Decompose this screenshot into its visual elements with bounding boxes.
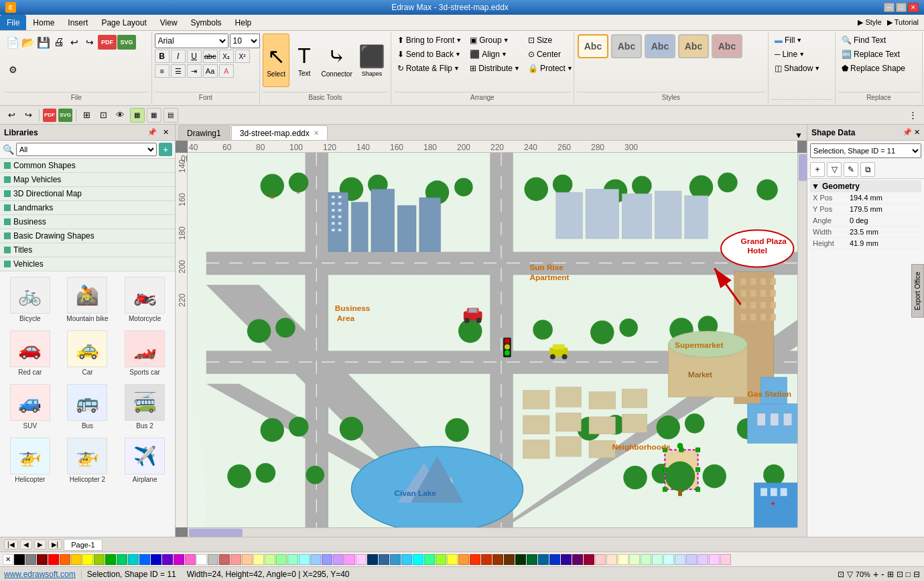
color-cell[interactable]	[504, 554, 515, 565]
text-style-btn[interactable]: Aa	[203, 64, 218, 78]
style-link[interactable]: ▶ Style	[858, 18, 882, 27]
lib-category-select[interactable]: All	[16, 143, 157, 156]
rotate-flip-btn[interactable]: ↻ Rotate & Flip ▼	[394, 62, 466, 75]
group-btn[interactable]: ▣ Group ▼	[466, 34, 523, 47]
tb2-undo[interactable]: ↩	[4, 108, 19, 123]
tb2-svg[interactable]: SVG	[58, 109, 72, 122]
menu-view[interactable]: View	[153, 15, 184, 30]
color-cell[interactable]	[299, 554, 310, 565]
color-cell[interactable]	[481, 554, 492, 565]
color-cell[interactable]	[139, 554, 150, 565]
list-item[interactable]: 🚗 Red car	[3, 328, 58, 379]
line-btn[interactable]: ─ Line ▼	[771, 48, 823, 61]
color-cell[interactable]	[538, 554, 549, 565]
color-cell[interactable]	[686, 554, 697, 565]
tb2-redo[interactable]: ↪	[21, 108, 36, 123]
align-btn[interactable]: ⬛ Align ▼	[466, 48, 523, 61]
list-btn[interactable]: ☰	[171, 64, 186, 78]
map-canvas[interactable]: Market	[188, 153, 807, 537]
color-cell[interactable]	[185, 554, 196, 565]
color-cell[interactable]	[675, 554, 685, 565]
color-cell[interactable]	[606, 554, 617, 565]
color-cell[interactable]	[515, 554, 526, 565]
style-box-1[interactable]: Abc	[578, 34, 608, 58]
geometry-header[interactable]: ▼ Geometry	[810, 180, 921, 192]
italic-btn[interactable]: I	[171, 50, 186, 63]
style-box-3[interactable]: Abc	[645, 34, 675, 58]
sd-add-btn[interactable]: +	[810, 162, 825, 177]
lib-section-basic-drawing[interactable]: Basic Drawing Shapes	[0, 229, 175, 243]
menu-home[interactable]: Home	[26, 15, 61, 30]
color-cell[interactable]	[242, 554, 253, 565]
color-cell[interactable]	[436, 554, 446, 565]
color-cell[interactable]	[424, 554, 435, 565]
size-btn[interactable]: ⊡ Size	[525, 34, 576, 47]
color-cell[interactable]	[698, 554, 708, 565]
color-cell[interactable]	[413, 554, 423, 565]
color-cell[interactable]	[470, 554, 480, 565]
tb2-opt2[interactable]: ▦	[147, 108, 161, 123]
list-item[interactable]: ✈️ Airplane	[117, 435, 172, 486]
vertical-scrollbar[interactable]	[797, 153, 807, 527]
sd-filter-btn[interactable]: ▽	[827, 162, 842, 177]
sd-close-btn[interactable]: ✕	[914, 128, 920, 137]
tb2-more[interactable]: ⋮	[905, 108, 920, 123]
menu-help[interactable]: Help	[228, 15, 259, 30]
lib-section-common[interactable]: Common Shapes	[0, 159, 175, 173]
distribute-btn[interactable]: ⊞ Distribute ▼	[466, 62, 523, 75]
settings-btn[interactable]: ⚙	[5, 62, 20, 77]
list-item[interactable]: 🚌 Bus	[60, 381, 115, 432]
shadow-btn[interactable]: ◫ Shadow ▼	[771, 62, 823, 75]
menu-symbols[interactable]: Symbols	[184, 15, 228, 30]
status-icon1[interactable]: ⊡	[838, 570, 844, 579]
shapes-btn[interactable]: ⬛ Shapes	[356, 34, 387, 87]
find-text-btn[interactable]: 🔍 Find Text	[838, 34, 909, 47]
list-item[interactable]: 🏍️ Motorcycle	[117, 274, 172, 325]
open-btn[interactable]: 📂	[21, 35, 36, 50]
list-item[interactable]: 🚙 SUV	[3, 381, 58, 432]
color-cell[interactable]	[527, 554, 537, 565]
color-cell[interactable]	[618, 554, 629, 565]
color-cell[interactable]	[276, 554, 287, 565]
text-color-btn[interactable]: A	[219, 64, 234, 78]
status-icon5[interactable]: □	[906, 570, 911, 579]
send-to-back-btn[interactable]: ⬇ Send to Back ▼	[394, 48, 466, 61]
select-btn[interactable]: ↖ Select	[263, 34, 289, 87]
svg-btn[interactable]: SVG	[117, 35, 136, 50]
lib-section-titles[interactable]: Titles	[0, 243, 175, 257]
color-cell[interactable]	[117, 554, 127, 565]
color-cell[interactable]	[128, 554, 139, 565]
lib-section-landmarks[interactable]: Landmarks	[0, 201, 175, 215]
color-cell[interactable]	[37, 554, 48, 565]
menu-file[interactable]: File	[0, 15, 26, 30]
color-cell[interactable]	[219, 554, 230, 565]
minimize-btn[interactable]: ─	[884, 3, 895, 12]
indent-btn[interactable]: ⇥	[187, 64, 202, 78]
color-cell[interactable]	[322, 554, 332, 565]
lib-section-map-vehicles[interactable]: Map Vehicles	[0, 173, 175, 187]
connector-btn[interactable]: ⤷ Connector	[319, 34, 354, 87]
tab-drawing1[interactable]: Drawing1	[178, 125, 230, 140]
pdf-btn[interactable]: PDF	[98, 35, 117, 50]
color-cell[interactable]	[151, 554, 161, 565]
color-cell[interactable]	[174, 554, 184, 565]
color-cell[interactable]	[641, 554, 651, 565]
color-cell[interactable]	[549, 554, 560, 565]
horizontal-scrollbar[interactable]	[188, 527, 797, 537]
lib-close-btn[interactable]: ✕	[161, 127, 171, 137]
color-cell[interactable]	[94, 554, 105, 565]
color-cell[interactable]	[25, 554, 36, 565]
list-item[interactable]: 🚕 Car	[60, 328, 115, 379]
underline-btn[interactable]: U	[187, 50, 202, 63]
text-btn[interactable]: T Text	[291, 34, 318, 87]
lib-add-btn[interactable]: +	[159, 143, 172, 156]
font-family-select[interactable]: Arial	[155, 34, 228, 48]
color-cell[interactable]	[48, 554, 59, 565]
sd-pin-btn[interactable]: 📌	[903, 128, 912, 137]
color-cell[interactable]	[367, 554, 378, 565]
print-btn[interactable]: 🖨	[52, 35, 66, 50]
color-cell[interactable]	[82, 554, 93, 565]
protect-btn[interactable]: 🔒 Protect ▼	[525, 62, 576, 75]
list-item[interactable]: 🚁 Helicopter 2	[60, 435, 115, 486]
lib-pin-btn[interactable]: 📌	[145, 127, 159, 137]
